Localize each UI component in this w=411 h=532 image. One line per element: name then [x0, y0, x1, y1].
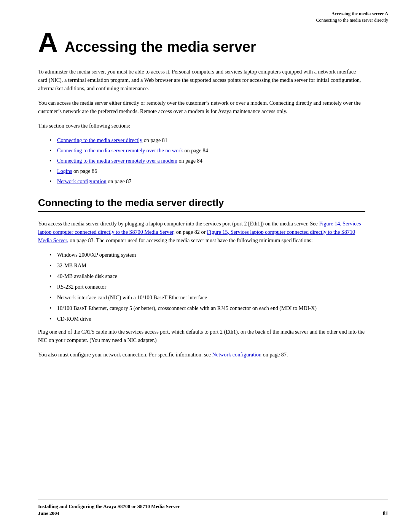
toc-suffix-2: on page 84 [183, 147, 208, 153]
section-para3-suffix: on page 87. [261, 351, 288, 358]
header-title: Accessing the media server A [316, 11, 388, 17]
section-para2: Plug one end of the CAT5 cable into the … [38, 328, 365, 344]
toc-link-1[interactable]: Connecting to the media server directly [57, 137, 142, 143]
list-item: Windows 2000/XP operating system [49, 251, 365, 259]
list-item: Connecting to the media server remotely … [49, 157, 365, 165]
section-para3-prefix: You also must configure your network con… [38, 351, 212, 358]
page: Accessing the media server A Connecting … [0, 0, 411, 532]
footer-line2: June 2004 [38, 510, 180, 517]
section-para1: You access the media server directly by … [38, 219, 365, 244]
intro-para2: You can access the media server either d… [38, 99, 365, 115]
toc-link-3[interactable]: Connecting to the media server remotely … [57, 158, 177, 164]
list-item: CD-ROM drive [49, 315, 365, 323]
specs-list: Windows 2000/XP operating system 32-MB R… [49, 251, 365, 323]
list-item: Network configuration on page 87 [49, 177, 365, 185]
network-config-link[interactable]: Network configuration [212, 351, 262, 358]
toc-list: Connecting to the media server directly … [49, 136, 365, 185]
toc-link-4[interactable]: Logins [57, 168, 72, 174]
intro-para3: This section covers the following sectio… [38, 121, 365, 130]
header-subtitle: Connecting to the media server directly [316, 17, 388, 24]
page-footer: Installing and Configuring the Avaya S87… [38, 500, 388, 517]
section-para3: You also must configure your network con… [38, 350, 365, 359]
footer-left: Installing and Configuring the Avaya S87… [38, 503, 180, 517]
section-para1-middle: on page 82 or [175, 229, 207, 235]
toc-suffix-3: on page 84 [177, 158, 202, 164]
toc-suffix-1: on page 81 [142, 137, 167, 143]
section-para1-suffix: on page 83. The computer used for access… [68, 237, 313, 243]
footer-line1: Installing and Configuring the Avaya S87… [38, 503, 180, 510]
list-item: 10/100 BaseT Ethernet, category 5 (or be… [49, 304, 365, 312]
toc-link-5[interactable]: Network configuration [57, 178, 107, 184]
list-item: Logins on page 86 [49, 167, 365, 175]
toc-suffix-4: on page 86 [72, 168, 97, 174]
intro-para1: To administer the media server, you must… [38, 67, 365, 93]
list-item: 32-MB RAM [49, 261, 365, 270]
chapter-title: Accessing the media server [65, 39, 256, 55]
list-item: RS-232 port connector [49, 283, 365, 291]
main-content: A Accessing the media server To administ… [0, 0, 411, 395]
toc-link-2[interactable]: Connecting to the media server remotely … [57, 147, 183, 153]
page-header: Accessing the media server A Connecting … [316, 11, 388, 24]
toc-suffix-5: on page 87 [107, 178, 132, 184]
section-heading-container: Connecting to the media server directly [38, 197, 365, 212]
footer-page-number: 81 [383, 511, 388, 517]
section-para1-prefix: You access the media server directly by … [38, 220, 319, 227]
section-heading: Connecting to the media server directly [38, 197, 365, 209]
list-item: Connecting to the media server directly … [49, 136, 365, 144]
list-item: Network interface card (NIC) with a 10/1… [49, 293, 365, 302]
list-item: Connecting to the media server remotely … [49, 146, 365, 155]
section-content: You access the media server directly by … [38, 219, 365, 359]
chapter-heading: A Accessing the media server [38, 29, 365, 56]
list-item: 40-MB available disk space [49, 272, 365, 280]
chapter-letter: A [38, 29, 58, 56]
